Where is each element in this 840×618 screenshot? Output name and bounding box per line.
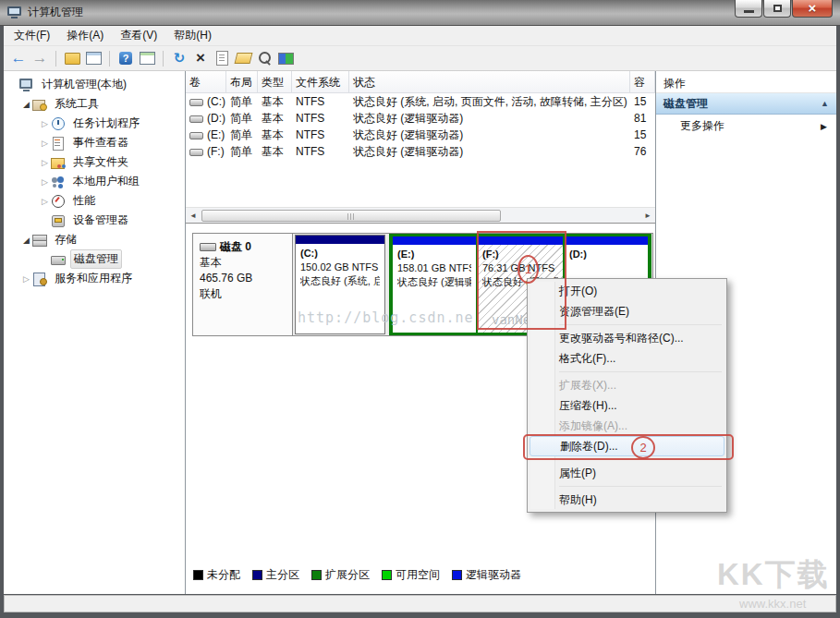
expand-icon[interactable] (39, 177, 51, 187)
partition-label: (D:) (569, 248, 643, 261)
more-actions-item[interactable]: 更多操作 (656, 115, 836, 138)
volume-row-f[interactable]: (F:) 简单 基本 NTFS 状态良好 (逻辑驱动器) 76 (186, 143, 655, 160)
actions-section-disk-management[interactable]: 磁盘管理 (656, 93, 836, 115)
expand-icon[interactable] (39, 119, 51, 128)
system-tools-icon (32, 98, 47, 111)
minimize-button[interactable] (735, 0, 762, 18)
menu-item-help[interactable]: 帮助(H) (530, 490, 724, 510)
volume-capacity: 15 (630, 128, 655, 141)
tree-item-computer-management[interactable]: 计算机管理(本地) (4, 75, 185, 94)
column-status[interactable]: 状态 (349, 71, 630, 93)
expand-icon[interactable] (39, 158, 51, 167)
partition-label: (E:) (397, 248, 471, 261)
column-filesystem[interactable]: 文件系统 (292, 71, 349, 93)
app-icon (7, 6, 22, 18)
console-tree-icon[interactable] (63, 49, 81, 67)
menu-file[interactable]: 文件(F) (6, 25, 58, 46)
event-viewer-icon (51, 137, 66, 150)
tree-item-services-apps[interactable]: 服务和应用程序 (4, 269, 185, 288)
task-scheduler-icon (51, 117, 66, 130)
window-controls (734, 0, 833, 18)
legend-logical-drive: 逻辑驱动器 (452, 567, 521, 583)
submenu-arrow-icon (821, 122, 827, 131)
partition-size: 158.01 GB NTFS (397, 261, 471, 275)
refresh-icon[interactable] (170, 49, 189, 67)
scrollbar-thumb[interactable] (201, 210, 501, 222)
expand-icon[interactable] (20, 274, 32, 284)
legend-unallocated: 未分配 (193, 567, 240, 583)
volume-name: (F:) (207, 145, 225, 158)
horizontal-scrollbar[interactable] (186, 207, 655, 223)
tree-item-shared-folders[interactable]: 共享文件夹 (4, 152, 185, 172)
menu-item-format[interactable]: 格式化(F)... (530, 348, 724, 369)
partition-label: (C:) (300, 247, 380, 261)
volume-capacity: 76 (630, 145, 655, 158)
volume-layout: 简单 (226, 111, 258, 127)
volume-capacity: 81 (630, 112, 655, 125)
tree-item-disk-management[interactable]: 磁盘管理 (4, 249, 185, 269)
column-layout[interactable]: 布局 (226, 71, 258, 93)
partition-size: 150.02 GB NTFS (300, 261, 380, 274)
menu-view[interactable]: 查看(V) (112, 25, 165, 46)
restore-button[interactable] (763, 0, 791, 18)
disk-size: 465.76 GB (200, 271, 286, 286)
disk-0-info[interactable]: 磁盘 0 基本 465.76 GB 联机 (193, 234, 293, 335)
column-type[interactable]: 类型 (258, 71, 292, 93)
collapse-icon[interactable] (821, 99, 829, 108)
console-tree-panel: 计算机管理(本地) 系统工具 任务计划程序 事件查看器 共享文件夹 本地用户和组… (4, 71, 186, 594)
open-folder-icon[interactable] (234, 49, 252, 67)
close-button[interactable] (792, 0, 833, 18)
tree-item-task-scheduler[interactable]: 任务计划程序 (4, 114, 185, 133)
help-icon[interactable] (116, 49, 135, 67)
window-pane-icon[interactable] (84, 49, 103, 67)
find-icon[interactable] (255, 49, 274, 67)
column-volume[interactable]: 卷 (186, 71, 226, 93)
expand-icon[interactable] (20, 100, 32, 109)
drive-icon (189, 132, 203, 139)
disk-type: 基本 (200, 255, 286, 271)
menu-help[interactable]: 帮助(H) (165, 25, 220, 46)
toolbar-separator (163, 51, 164, 67)
menu-item-shrink-volume[interactable]: 压缩卷(H)... (530, 395, 724, 416)
legend-extended: 扩展分区 (311, 567, 370, 583)
tree-item-storage[interactable]: 存储 (4, 230, 185, 249)
volume-fs: NTFS (292, 128, 349, 141)
annotation-circle-1: 1 (517, 255, 539, 284)
menu-item-change-drive-letter[interactable]: 更改驱动器号和路径(C)... (530, 328, 724, 348)
volume-row-c[interactable]: (C:) 简单 基本 NTFS 状态良好 (系统, 启动, 页面文件, 活动, … (186, 93, 655, 110)
legend-swatch (252, 570, 262, 580)
tree-item-system-tools[interactable]: 系统工具 (4, 94, 185, 114)
expand-icon[interactable] (39, 139, 51, 148)
expand-icon[interactable] (39, 197, 51, 206)
menu-item-properties[interactable]: 属性(P) (530, 463, 724, 483)
expand-icon[interactable] (20, 236, 32, 245)
legend-free-space: 可用空间 (382, 567, 440, 583)
shared-folders-icon (51, 156, 66, 169)
disk-management-icon[interactable] (276, 49, 295, 67)
volume-type: 基本 (258, 144, 292, 160)
forward-icon[interactable] (30, 49, 49, 67)
properties-icon[interactable] (213, 49, 231, 67)
volume-row-e[interactable]: (E:) 简单 基本 NTFS 状态良好 (逻辑驱动器) 15 (186, 127, 655, 143)
tree-item-device-manager[interactable]: 设备管理器 (4, 211, 185, 230)
delete-icon[interactable] (191, 49, 210, 67)
tree-item-performance[interactable]: 性能 (4, 191, 185, 211)
menu-separator (559, 324, 722, 325)
legend-swatch (193, 570, 203, 580)
menu-action[interactable]: 操作(A) (58, 25, 112, 46)
menu-separator (559, 486, 722, 487)
tree-item-local-users[interactable]: 本地用户和组 (4, 172, 185, 191)
partition-e[interactable]: (E:) 158.01 GB NTFS 状态良好 (逻辑驱动器) (393, 236, 476, 333)
close-icon (809, 0, 817, 17)
restore-icon (773, 5, 782, 12)
menu-separator (559, 371, 722, 372)
tree-item-event-viewer[interactable]: 事件查看器 (4, 133, 185, 152)
volume-row-d[interactable]: (D:) 简单 基本 NTFS 状态良好 (逻辑驱动器) 81 (186, 110, 655, 127)
partition-c[interactable]: (C:) 150.02 GB NTFS 状态良好 (系统, 启动, 页面文件, … (295, 235, 385, 334)
column-capacity[interactable]: 容 (630, 71, 655, 93)
action-pane-icon[interactable] (138, 49, 156, 67)
scroll-left-icon[interactable] (187, 210, 200, 222)
back-icon[interactable] (9, 49, 28, 67)
volume-type: 基本 (258, 94, 292, 110)
scroll-right-icon[interactable] (641, 210, 654, 222)
